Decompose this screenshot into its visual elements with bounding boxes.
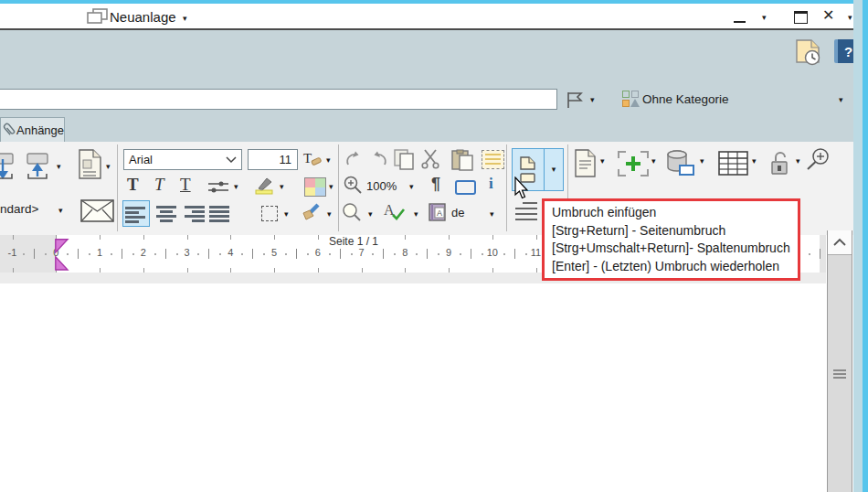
- align-left-button[interactable]: [122, 200, 150, 227]
- character-spacing-icon[interactable]: [206, 180, 230, 198]
- ruler-tick: [405, 235, 406, 240]
- borders-icon[interactable]: [261, 206, 278, 221]
- ruler-tick: [176, 253, 178, 255]
- zoom-icon[interactable]: [343, 175, 365, 200]
- export-button[interactable]: [24, 152, 51, 185]
- ruler-tick: [230, 235, 231, 240]
- template-dropdown-icon[interactable]: ▾: [106, 163, 111, 171]
- table-dropdown-icon[interactable]: ▾: [752, 157, 757, 166]
- lock-icon[interactable]: [768, 150, 792, 181]
- copy-icon[interactable]: [393, 149, 416, 175]
- spellcheck-icon[interactable]: A: [384, 202, 408, 224]
- scrollbar-track[interactable]: [828, 255, 852, 492]
- flag-icon[interactable]: [565, 90, 587, 113]
- left-indent-marker[interactable]: [55, 256, 69, 271]
- align-justify-button[interactable]: [209, 204, 231, 224]
- minimize-icon[interactable]: [734, 21, 746, 23]
- title-dropdown-icon[interactable]: ▾: [183, 15, 187, 23]
- font-size-field[interactable]: 11: [248, 149, 298, 170]
- category-dropdown-icon[interactable]: ▾: [839, 96, 843, 104]
- subject-input[interactable]: [0, 89, 557, 110]
- ruler-tick: [219, 253, 221, 255]
- outline-list-icon[interactable]: [513, 200, 539, 227]
- select-all-icon[interactable]: [482, 150, 504, 169]
- spacing-dropdown-icon[interactable]: ▾: [234, 183, 238, 191]
- text-document-dropdown-icon[interactable]: ▾: [600, 157, 605, 166]
- ruler-tick: [427, 249, 428, 259]
- scrollbar-grip[interactable]: [833, 368, 846, 380]
- ruler-tick: [154, 253, 156, 255]
- redo-icon[interactable]: [369, 150, 389, 172]
- import-button[interactable]: [0, 152, 16, 185]
- search-dropdown-icon[interactable]: ▾: [368, 210, 373, 219]
- ruler-tick: [514, 249, 515, 259]
- zoom-in-icon[interactable]: [803, 146, 832, 179]
- template-select-value[interactable]: ndard>: [0, 202, 38, 216]
- close-dropdown-icon[interactable]: ▾: [848, 14, 852, 22]
- email-button[interactable]: [80, 199, 115, 227]
- borders-dropdown-icon[interactable]: ▾: [284, 210, 289, 219]
- combobox-chevron-icon[interactable]: [226, 156, 241, 164]
- svg-text:T: T: [303, 151, 312, 166]
- undo-icon[interactable]: [344, 150, 364, 172]
- paste-icon[interactable]: [450, 149, 474, 175]
- character-style-dropdown-icon[interactable]: ▾: [326, 156, 331, 165]
- highlight-dropdown-icon[interactable]: ▾: [280, 183, 284, 191]
- lock-dropdown-icon[interactable]: ▾: [796, 157, 800, 166]
- document-page[interactable]: [0, 283, 826, 492]
- underline-button[interactable]: T: [180, 175, 191, 195]
- clone-dropdown-icon[interactable]: ▾: [327, 210, 332, 219]
- ruler-tick: [318, 235, 319, 240]
- titlebar: Neuanlage ▾ ▾ ✕ ▾: [0, 4, 868, 30]
- info-icon[interactable]: i: [489, 175, 493, 193]
- document-template-button[interactable]: [78, 149, 102, 184]
- highlight-color-button[interactable]: [253, 176, 277, 200]
- flag-dropdown-icon[interactable]: ▾: [590, 96, 595, 104]
- color-grid-dropdown-icon[interactable]: ▾: [329, 183, 333, 191]
- minimize-dropdown-icon[interactable]: ▾: [762, 14, 767, 22]
- header-panel: ? ▾ Ohne Kategorie ▾ Anhänge: [0, 30, 853, 142]
- maximize-icon[interactable]: [794, 11, 808, 24]
- first-line-indent-marker[interactable]: [55, 239, 69, 253]
- italic-button[interactable]: T: [154, 175, 164, 195]
- export-dropdown-icon[interactable]: ▾: [57, 163, 61, 171]
- document-history-icon[interactable]: [795, 38, 822, 70]
- search-icon[interactable]: [341, 202, 363, 228]
- scroll-up-button[interactable]: [828, 230, 852, 255]
- close-icon[interactable]: ✕: [822, 6, 834, 24]
- chevron-up-icon: [832, 238, 847, 247]
- character-style-icon[interactable]: T: [302, 150, 323, 172]
- insert-table-button[interactable]: [718, 151, 748, 179]
- spellcheck-dropdown-icon[interactable]: ▾: [414, 210, 418, 219]
- ruler-number: 3: [184, 247, 189, 258]
- language-icon[interactable]: A: [428, 202, 450, 226]
- ruler-number: 6: [315, 247, 321, 258]
- ruler-tick: [187, 235, 188, 240]
- align-right-button[interactable]: [183, 204, 205, 224]
- text-document-button[interactable]: [574, 149, 597, 182]
- clone-formatting-icon[interactable]: [300, 202, 323, 227]
- text-frame-icon[interactable]: [455, 180, 476, 195]
- cut-icon[interactable]: [419, 148, 441, 174]
- color-grid-icon[interactable]: [304, 177, 326, 197]
- vertical-scrollbar[interactable]: [827, 230, 852, 492]
- template-select-dropdown-icon[interactable]: ▾: [58, 207, 63, 215]
- database-button[interactable]: [664, 149, 695, 182]
- insert-frame-dropdown-icon[interactable]: ▾: [651, 157, 656, 166]
- bold-button[interactable]: T: [127, 175, 139, 195]
- zoom-dropdown-icon[interactable]: ▾: [409, 183, 414, 191]
- insert-frame-button[interactable]: [618, 151, 649, 180]
- category-value[interactable]: Ohne Kategorie: [642, 92, 729, 106]
- language-dropdown-icon[interactable]: ▾: [490, 210, 494, 219]
- ruler-number: 2: [141, 247, 146, 258]
- database-dropdown-icon[interactable]: ▾: [700, 157, 704, 166]
- ruler-tick: [372, 253, 374, 255]
- font-name-combobox[interactable]: Arial: [123, 149, 242, 170]
- insert-break-dropdown[interactable]: ▾: [545, 149, 563, 190]
- align-center-button[interactable]: [155, 204, 177, 224]
- language-value[interactable]: de: [451, 206, 464, 219]
- tab-anhaenge[interactable]: Anhänge: [0, 117, 65, 142]
- zoom-level-value[interactable]: 100%: [366, 179, 397, 193]
- window-title: Neuanlage: [110, 9, 176, 25]
- formatting-marks-icon[interactable]: ¶: [431, 175, 440, 194]
